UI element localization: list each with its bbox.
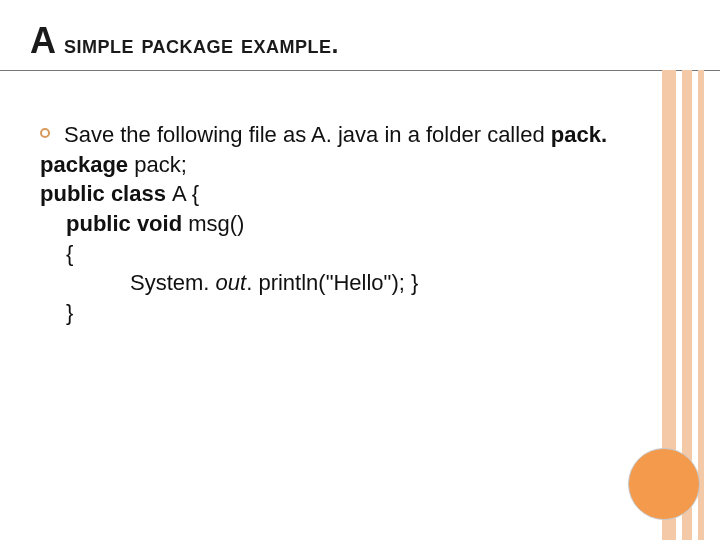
- title-rest: simple package example.: [57, 30, 339, 58]
- code-text: System.: [130, 270, 216, 295]
- code-line: }: [66, 298, 690, 328]
- code-italic: out: [216, 270, 247, 295]
- title-underline: [0, 70, 720, 71]
- slide-title: A simple package example.: [30, 20, 690, 62]
- code-text: pack;: [134, 152, 187, 177]
- code-text: A {: [172, 181, 199, 206]
- code-line: public class A {: [40, 179, 690, 209]
- slide: A simple package example. Save the follo…: [0, 0, 720, 540]
- code-line: {: [66, 239, 690, 269]
- code-text: msg(): [188, 211, 244, 236]
- code-text: . println("Hello"); }: [246, 270, 418, 295]
- title-drop-cap: A: [30, 20, 57, 61]
- bullet-bold: pack.: [551, 122, 607, 147]
- kw: public void: [66, 211, 188, 236]
- code-text: {: [66, 241, 73, 266]
- decorative-circle-icon: [628, 448, 700, 520]
- code-text: }: [66, 300, 73, 325]
- kw: public class: [40, 181, 172, 206]
- bullet-item: Save the following file as A. java in a …: [40, 120, 690, 150]
- slide-body: Save the following file as A. java in a …: [40, 120, 690, 328]
- bullet-lead: Save the following file as A. java in a …: [64, 122, 551, 147]
- code-line: package pack;: [40, 150, 690, 180]
- kw: package: [40, 152, 134, 177]
- code-line: public void msg(): [66, 209, 690, 239]
- bullet-text: Save the following file as A. java in a …: [64, 120, 690, 150]
- stripe: [698, 70, 704, 540]
- bullet-icon: [40, 128, 50, 138]
- code-line: System. out. println("Hello"); }: [130, 268, 690, 298]
